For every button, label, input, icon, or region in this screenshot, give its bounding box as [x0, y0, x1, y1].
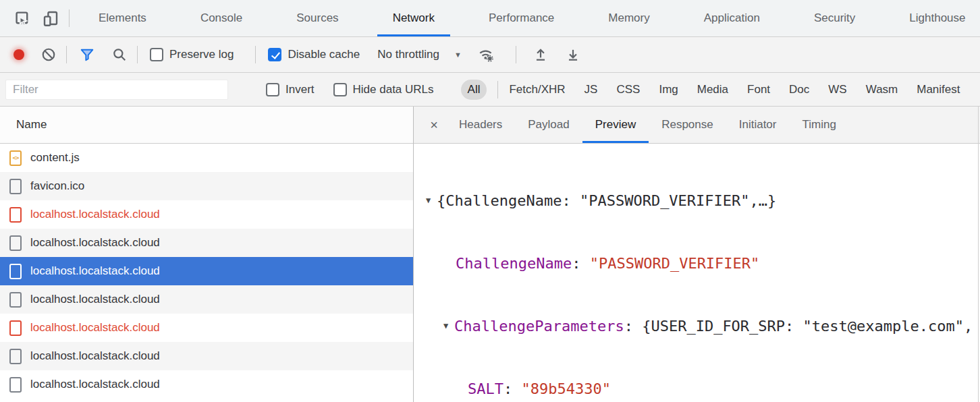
- import-har-icon[interactable]: [533, 47, 549, 63]
- json-property-line: ChallengeName: "PASSWORD_VERIFIER": [414, 253, 980, 274]
- request-name: localhost.localstack.cloud: [30, 293, 160, 306]
- network-conditions-icon[interactable]: [478, 47, 494, 63]
- filter-type-all[interactable]: All: [461, 80, 487, 100]
- devtools-tool-icons: [0, 0, 70, 36]
- name-column-header[interactable]: Name: [0, 107, 413, 144]
- tab-elements[interactable]: Elements: [83, 0, 162, 36]
- request-row[interactable]: favicon.ico: [0, 172, 413, 200]
- divider: [137, 46, 138, 63]
- tab-memory[interactable]: Memory: [593, 0, 665, 36]
- disable-cache-checkbox[interactable]: [268, 48, 281, 61]
- filter-type-doc[interactable]: Doc: [789, 83, 809, 96]
- tab-payload[interactable]: Payload: [515, 107, 582, 143]
- tab-timing[interactable]: Timing: [789, 107, 848, 143]
- expand-arrow-icon[interactable]: ▼: [443, 316, 454, 337]
- divider: [255, 46, 256, 63]
- tab-application[interactable]: Application: [688, 0, 775, 36]
- close-icon[interactable]: ×: [422, 107, 446, 143]
- tab-network[interactable]: Network: [377, 0, 450, 36]
- request-row[interactable]: localhost.localstack.cloud: [0, 285, 413, 314]
- document-icon: [9, 349, 22, 364]
- chevron-down-icon[interactable]: ▼: [454, 51, 462, 59]
- request-name: favicon.ico: [30, 179, 84, 193]
- devtools-window: Elements Console Sources Network Perform…: [0, 0, 980, 402]
- request-name: localhost.localstack.cloud: [30, 264, 160, 278]
- request-name: localhost.localstack.cloud: [30, 208, 160, 221]
- tab-headers[interactable]: Headers: [446, 107, 515, 143]
- throttling-select[interactable]: No throttling: [377, 48, 439, 61]
- tab-preview[interactable]: Preview: [582, 107, 649, 143]
- divider: [497, 81, 498, 98]
- document-icon: [9, 264, 22, 279]
- divider: [66, 46, 67, 63]
- tab-lighthouse[interactable]: Lighthouse: [894, 0, 980, 36]
- request-row[interactable]: <> content.js: [0, 144, 413, 172]
- filter-type-media[interactable]: Media: [697, 83, 728, 96]
- request-row[interactable]: localhost.localstack.cloud: [0, 314, 413, 342]
- filter-type-manifest[interactable]: Manifest: [917, 83, 960, 96]
- filter-bar: Invert Hide data URLs All Fetch/XHR JS C…: [0, 73, 980, 107]
- request-name: localhost.localstack.cloud: [30, 236, 160, 250]
- invert-label: Invert: [285, 83, 315, 96]
- filter-type-wasm[interactable]: Wasm: [866, 83, 898, 96]
- document-icon: [9, 377, 22, 393]
- tab-console[interactable]: Console: [185, 0, 258, 36]
- search-icon[interactable]: [111, 47, 128, 63]
- inspect-element-icon[interactable]: [13, 9, 31, 27]
- preserve-log-checkbox[interactable]: [150, 48, 163, 61]
- divider: [69, 9, 70, 27]
- filter-type-font[interactable]: Font: [747, 83, 770, 96]
- document-icon: [9, 320, 22, 336]
- filter-input[interactable]: [5, 80, 228, 100]
- hide-data-urls-checkbox[interactable]: [333, 83, 347, 96]
- document-icon: [9, 235, 22, 251]
- tab-security[interactable]: Security: [798, 0, 871, 36]
- request-list-panel: Name <> content.js favicon.ico localhost…: [0, 107, 414, 402]
- request-row[interactable]: localhost.localstack.cloud: [0, 342, 413, 370]
- request-detail-panel: × Headers Payload Preview Response Initi…: [414, 107, 980, 402]
- script-file-icon: <>: [9, 150, 22, 166]
- device-toolbar-icon[interactable]: [42, 9, 59, 27]
- request-name: content.js: [30, 151, 80, 165]
- preserve-log-label: Preserve log: [169, 48, 234, 61]
- document-icon: [9, 207, 22, 223]
- preview-json-tree: ▼{ChallengeName: "PASSWORD_VERIFIER",…} …: [414, 144, 980, 402]
- request-rows: <> content.js favicon.ico localhost.loca…: [0, 144, 413, 402]
- filter-type-fetch-xhr[interactable]: Fetch/XHR: [509, 83, 565, 96]
- detail-tabbar: × Headers Payload Preview Response Initi…: [414, 107, 980, 144]
- tab-sources[interactable]: Sources: [281, 0, 354, 36]
- network-main-area: Name <> content.js favicon.ico localhost…: [0, 107, 980, 402]
- json-property-line: SALT: "89b54330": [414, 378, 980, 399]
- expand-arrow-icon[interactable]: ▼: [426, 190, 437, 211]
- json-root-line[interactable]: ▼{ChallengeName: "PASSWORD_VERIFIER",…}: [414, 190, 980, 211]
- filter-icon[interactable]: [79, 47, 95, 63]
- divider: [516, 46, 516, 63]
- document-icon: [9, 292, 22, 308]
- network-toolbar: Preserve log Disable cache No throttling…: [0, 37, 980, 73]
- request-row-selected[interactable]: localhost.localstack.cloud: [0, 257, 413, 285]
- tab-response[interactable]: Response: [649, 107, 726, 143]
- request-row[interactable]: localhost.localstack.cloud: [0, 229, 413, 257]
- request-name: localhost.localstack.cloud: [30, 349, 160, 363]
- record-button[interactable]: [13, 49, 24, 60]
- request-row[interactable]: localhost.localstack.cloud: [0, 200, 413, 229]
- main-tabs: Elements Console Sources Network Perform…: [83, 0, 980, 36]
- clear-icon[interactable]: [40, 47, 57, 63]
- filter-type-ws[interactable]: WS: [828, 83, 846, 96]
- hide-data-urls-label: Hide data URLs: [353, 83, 434, 96]
- document-icon: [9, 179, 22, 194]
- request-name: localhost.localstack.cloud: [30, 321, 160, 335]
- request-name: localhost.localstack.cloud: [30, 378, 160, 391]
- disable-cache-label: Disable cache: [288, 48, 360, 61]
- tab-initiator[interactable]: Initiator: [726, 107, 790, 143]
- export-har-icon[interactable]: [565, 47, 581, 63]
- invert-checkbox[interactable]: [266, 83, 279, 96]
- filter-type-css[interactable]: CSS: [616, 83, 640, 96]
- filter-type-img[interactable]: Img: [659, 83, 678, 96]
- filter-type-js[interactable]: JS: [584, 83, 598, 96]
- request-row[interactable]: localhost.localstack.cloud: [0, 370, 413, 399]
- main-tabbar: Elements Console Sources Network Perform…: [0, 0, 980, 37]
- json-object-line[interactable]: ▼ChallengeParameters: {USER_ID_FOR_SRP: …: [414, 316, 980, 337]
- tab-performance[interactable]: Performance: [473, 0, 570, 36]
